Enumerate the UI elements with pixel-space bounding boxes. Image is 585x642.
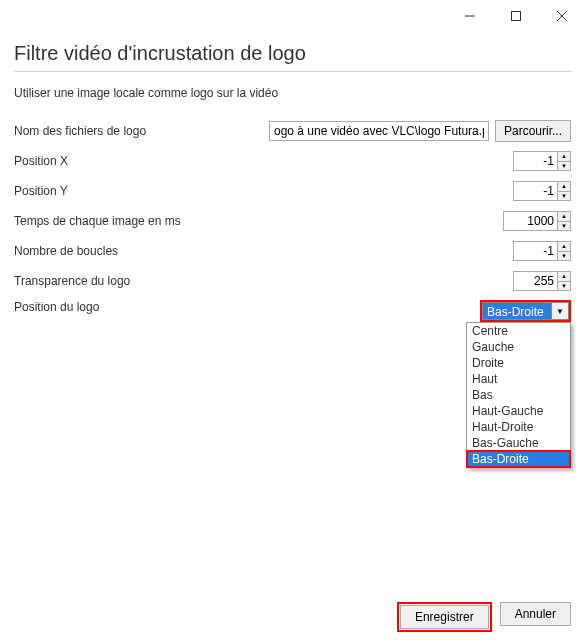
loops-input[interactable] [513, 241, 557, 261]
filename-label: Nom des fichiers de logo [14, 124, 214, 138]
page-title: Filtre vidéo d'incrustation de logo [14, 42, 571, 72]
posy-label: Position Y [14, 184, 214, 198]
delay-spinner[interactable]: ▲▼ [557, 211, 571, 231]
position-combobox[interactable]: Bas-Droite ▼ [480, 300, 571, 322]
chevron-up-icon[interactable]: ▲ [558, 182, 570, 192]
posx-input[interactable] [513, 151, 557, 171]
transparency-spinner[interactable]: ▲▼ [557, 271, 571, 291]
position-option[interactable]: Droite [467, 355, 570, 371]
save-button[interactable]: Enregistrer [400, 605, 489, 629]
filename-input[interactable] [269, 121, 489, 141]
delay-input[interactable] [503, 211, 557, 231]
chevron-up-icon[interactable]: ▲ [558, 212, 570, 222]
position-option[interactable]: Bas-Droite [467, 451, 570, 467]
chevron-down-icon[interactable]: ▼ [558, 282, 570, 291]
chevron-up-icon[interactable]: ▲ [558, 242, 570, 252]
loops-label: Nombre de boucles [14, 244, 214, 258]
position-option[interactable]: Bas-Gauche [467, 435, 570, 451]
posx-label: Position X [14, 154, 214, 168]
chevron-down-icon[interactable]: ▼ [558, 192, 570, 201]
posy-input[interactable] [513, 181, 557, 201]
chevron-down-icon[interactable]: ▼ [558, 162, 570, 171]
chevron-down-icon[interactable]: ▼ [551, 302, 569, 320]
position-option[interactable]: Centre [467, 323, 570, 339]
delay-label: Temps de chaque image en ms [14, 214, 214, 228]
position-option[interactable]: Haut-Gauche [467, 403, 570, 419]
footer: Enregistrer Annuler [397, 602, 571, 632]
close-button[interactable] [539, 0, 585, 32]
posy-spinner[interactable]: ▲▼ [557, 181, 571, 201]
transparency-input[interactable] [513, 271, 557, 291]
transparency-label: Transparence du logo [14, 274, 214, 288]
cancel-button[interactable]: Annuler [500, 602, 571, 626]
position-selected: Bas-Droite [482, 302, 551, 320]
chevron-up-icon[interactable]: ▲ [558, 152, 570, 162]
chevron-down-icon[interactable]: ▼ [558, 252, 570, 261]
chevron-up-icon[interactable]: ▲ [558, 272, 570, 282]
minimize-button[interactable] [447, 0, 493, 32]
position-option[interactable]: Bas [467, 387, 570, 403]
position-label: Position du logo [14, 300, 214, 314]
chevron-down-icon[interactable]: ▼ [558, 222, 570, 231]
svg-rect-1 [512, 12, 521, 21]
position-option[interactable]: Haut [467, 371, 570, 387]
posx-spinner[interactable]: ▲▼ [557, 151, 571, 171]
loops-spinner[interactable]: ▲▼ [557, 241, 571, 261]
titlebar [0, 0, 585, 32]
position-dropdown[interactable]: CentreGaucheDroiteHautBasHaut-GaucheHaut… [466, 322, 571, 468]
browse-button[interactable]: Parcourir... [495, 120, 571, 142]
page-subtitle: Utiliser une image locale comme logo sur… [14, 86, 571, 100]
maximize-button[interactable] [493, 0, 539, 32]
position-option[interactable]: Gauche [467, 339, 570, 355]
position-option[interactable]: Haut-Droite [467, 419, 570, 435]
